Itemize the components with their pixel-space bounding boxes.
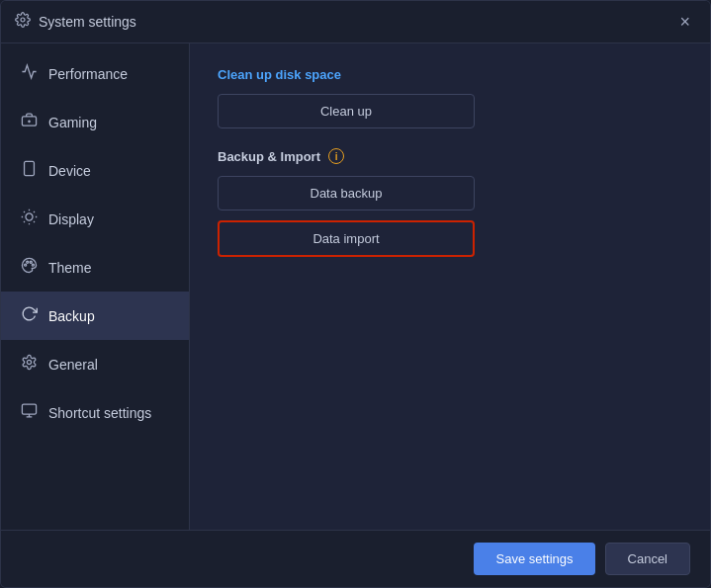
sidebar-item-label: Display bbox=[48, 211, 94, 227]
backup-icon bbox=[19, 305, 39, 326]
sidebar-item-performance[interactable]: Performance bbox=[1, 49, 189, 98]
svg-rect-20 bbox=[22, 404, 36, 414]
sidebar-item-label: Backup bbox=[48, 308, 95, 324]
sidebar-item-label: Performance bbox=[48, 66, 128, 82]
svg-point-19 bbox=[27, 360, 31, 364]
sidebar-item-device[interactable]: Device bbox=[1, 146, 189, 195]
close-button[interactable]: × bbox=[673, 11, 696, 33]
svg-point-6 bbox=[25, 213, 32, 220]
svg-rect-4 bbox=[24, 161, 34, 175]
performance-icon bbox=[19, 63, 39, 84]
sidebar-item-gaming[interactable]: Gaming bbox=[1, 98, 189, 146]
cleanup-button[interactable]: Clean up bbox=[218, 94, 475, 128]
svg-point-15 bbox=[24, 264, 26, 266]
shortcut-icon bbox=[19, 402, 39, 423]
system-settings-dialog: System settings × Performance bbox=[0, 0, 711, 588]
sidebar-item-shortcut-settings[interactable]: Shortcut settings bbox=[1, 388, 189, 437]
general-icon bbox=[19, 354, 39, 375]
device-icon bbox=[19, 160, 39, 181]
main-panel: Clean up disk space Clean up Backup & Im… bbox=[190, 43, 710, 530]
sidebar-item-theme[interactable]: Theme bbox=[1, 243, 189, 292]
save-settings-button[interactable]: Save settings bbox=[474, 543, 594, 575]
gaming-icon bbox=[19, 112, 39, 132]
svg-point-17 bbox=[30, 261, 32, 263]
titlebar-left: System settings bbox=[15, 12, 136, 32]
svg-point-0 bbox=[21, 18, 25, 22]
sidebar-item-display[interactable]: Display bbox=[1, 195, 189, 243]
svg-line-10 bbox=[34, 221, 35, 222]
dialog-title: System settings bbox=[39, 14, 136, 30]
disk-section: Clean up disk space Clean up bbox=[218, 67, 682, 128]
sidebar: Performance Gaming bbox=[1, 43, 190, 530]
sidebar-item-label: General bbox=[48, 357, 98, 373]
display-icon bbox=[19, 209, 39, 229]
svg-line-14 bbox=[34, 211, 35, 212]
sidebar-item-label: Gaming bbox=[48, 115, 97, 130]
disk-section-title: Clean up disk space bbox=[218, 67, 682, 82]
svg-line-9 bbox=[23, 211, 24, 212]
backup-import-section: Backup & Import i Data backup Data impor… bbox=[218, 148, 682, 257]
cancel-button[interactable]: Cancel bbox=[605, 543, 690, 575]
sidebar-item-general[interactable]: General bbox=[1, 340, 189, 388]
sidebar-item-label: Shortcut settings bbox=[48, 405, 151, 421]
sidebar-item-label: Theme bbox=[48, 260, 92, 276]
backup-import-title: Backup & Import bbox=[218, 149, 320, 164]
settings-icon bbox=[15, 12, 31, 32]
svg-point-18 bbox=[32, 264, 34, 266]
data-backup-button[interactable]: Data backup bbox=[218, 176, 475, 210]
theme-icon bbox=[19, 257, 39, 278]
info-icon[interactable]: i bbox=[328, 148, 344, 164]
svg-line-13 bbox=[23, 221, 24, 222]
content-area: Performance Gaming bbox=[1, 43, 710, 530]
titlebar: System settings × bbox=[1, 1, 710, 43]
backup-import-header: Backup & Import i bbox=[218, 148, 682, 164]
data-import-button[interactable]: Data import bbox=[218, 220, 475, 257]
sidebar-item-label: Device bbox=[48, 163, 91, 179]
svg-point-16 bbox=[26, 261, 28, 263]
footer: Save settings Cancel bbox=[1, 530, 710, 587]
sidebar-item-backup[interactable]: Backup bbox=[1, 292, 189, 340]
